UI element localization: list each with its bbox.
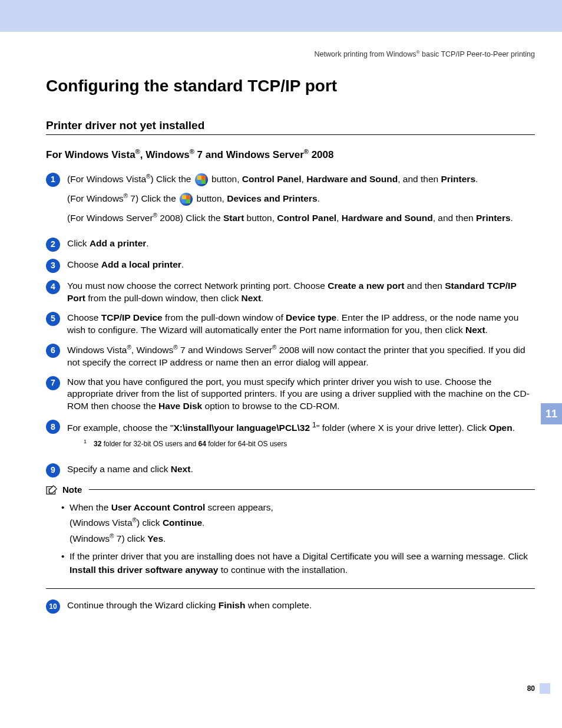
note-header: Note (46, 485, 535, 495)
page-title: Configuring the standard TCP/IP port (46, 77, 535, 95)
text: . (146, 238, 148, 248)
step-7: 7 Now that you have configured the port,… (46, 376, 535, 413)
note-block: Note When the User Account Control scree… (46, 485, 535, 589)
step-number-icon: 1 (46, 173, 60, 187)
reg-mark: ® (135, 148, 140, 155)
text: Windows Vista (67, 345, 127, 355)
bold: Devices and Printers (227, 193, 317, 203)
step-body: Choose TCP/IP Device from the pull-down … (67, 312, 535, 337)
text: . (318, 193, 320, 203)
text: Choose (67, 312, 101, 322)
page-content: Configuring the standard TCP/IP port Pri… (46, 77, 535, 621)
step-10: 10 Continue through the Wizard clicking … (46, 599, 535, 614)
footnote: 132 folder for 32-bit OS users and 64 fo… (84, 438, 535, 449)
text: You must now choose the correct Network … (67, 281, 328, 291)
reg-mark: ® (124, 193, 128, 199)
bold: X:\install\your language\PCL\32 (173, 423, 310, 433)
bold: Yes (147, 533, 163, 543)
step-body: Choose Add a local printer. (67, 259, 535, 271)
text: " folder (where X is your drive letter).… (316, 423, 489, 433)
text: (For Windows Server (67, 213, 153, 223)
text: When the (70, 502, 111, 512)
step-body: Windows Vista®, Windows® 7 and Windows S… (67, 344, 535, 369)
step-3: 3 Choose Add a local printer. (46, 259, 535, 273)
text: . (190, 464, 193, 474)
text: (Windows Vista (70, 518, 133, 528)
step-1: 1 (For Windows Vista®) Click the button,… (46, 173, 535, 230)
step-number-icon: 8 (46, 420, 60, 434)
text: If the printer driver that you are insta… (70, 551, 528, 561)
note-rule (89, 489, 535, 490)
step-number-icon: 6 (46, 344, 60, 358)
bold: 64 (198, 440, 206, 448)
step-4: 4 You must now choose the correct Networ… (46, 280, 535, 305)
footnote-ref: 1 (310, 420, 316, 429)
step-body: You must now choose the correct Network … (67, 280, 535, 305)
text: . (511, 213, 513, 223)
bold: Device type (286, 312, 336, 322)
page-number-accent (540, 683, 550, 694)
text: Specify a name and click (67, 464, 171, 474)
note-label: Note (62, 485, 82, 495)
step-9: 9 Specify a name and click Next. (46, 463, 535, 477)
windows-start-orb-icon (195, 173, 208, 186)
note-item: If the printer driver that you are insta… (61, 550, 535, 577)
step-body: Continue through the Wizard clicking Fin… (67, 599, 535, 612)
h3-part: 7 and Windows Server (194, 149, 304, 160)
bold: TCP/IP Device (101, 312, 163, 322)
bold: Hardware and Sound (342, 213, 433, 223)
text: Choose (67, 259, 101, 269)
text: Click (67, 238, 90, 248)
step-body: (For Windows Vista®) Click the button, C… (67, 173, 535, 230)
bold: Continue (163, 518, 202, 528)
text: , and then (398, 174, 441, 184)
step-number-icon: 2 (46, 238, 60, 252)
text: screen appears, (205, 502, 273, 512)
bold: Start (223, 213, 244, 223)
steps-list: 1 (For Windows Vista®) Click the button,… (46, 173, 535, 614)
bold: User Account Control (111, 502, 206, 512)
text: (For Windows (67, 193, 124, 203)
bold: Printers (476, 213, 511, 223)
note-body: When the User Account Control screen app… (46, 495, 535, 589)
text: . (485, 325, 488, 335)
bold: Create a new port (328, 281, 404, 291)
bold: Open (489, 423, 513, 433)
bold: Have Disk (158, 401, 202, 411)
text: , Windows (131, 345, 174, 355)
text: (Windows (70, 533, 110, 543)
bold: Next (171, 464, 191, 474)
running-header: Network printing from Windows® basic TCP… (46, 50, 535, 58)
text: option to browse to the CD-ROM. (202, 401, 339, 411)
header-text-pre: Network printing from Windows (315, 50, 416, 58)
bold: Hardware and Sound (306, 174, 398, 184)
bold: Printers (441, 174, 475, 184)
step-number-icon: 9 (46, 463, 60, 477)
page-number: 80 (527, 684, 535, 693)
bold: Next (465, 325, 485, 335)
text: . (261, 293, 263, 303)
step-2: 2 Click Add a printer. (46, 238, 535, 252)
footnote-num: 1 (84, 439, 87, 444)
step-number-icon: 10 (46, 599, 60, 614)
text: 7) click (114, 533, 147, 543)
text: (For Windows Vista (67, 174, 146, 184)
text: ) Click the (151, 174, 194, 184)
text: For example, choose the " (67, 423, 173, 433)
bold: Add a printer (90, 238, 146, 248)
text: from the pull-down window of (163, 312, 286, 322)
h3-part: , Windows (140, 149, 190, 160)
text: . (202, 518, 204, 528)
text: . (475, 174, 478, 184)
text: from the pull-down window, then click (85, 293, 241, 303)
step-number-icon: 5 (46, 312, 60, 326)
text: 7) Click the (128, 193, 178, 203)
step-body: For example, choose the "X:\install\your… (67, 420, 535, 456)
header-text-post: basic TCP/IP Peer-to-Peer printing (420, 50, 535, 58)
reg-mark: ® (173, 344, 177, 351)
text: 7 and Windows Server (178, 345, 272, 355)
step-8: 8 For example, choose the "X:\install\yo… (46, 420, 535, 456)
h3-part: 2008 (309, 149, 334, 160)
text: button, (194, 193, 227, 203)
top-color-band (0, 0, 562, 32)
